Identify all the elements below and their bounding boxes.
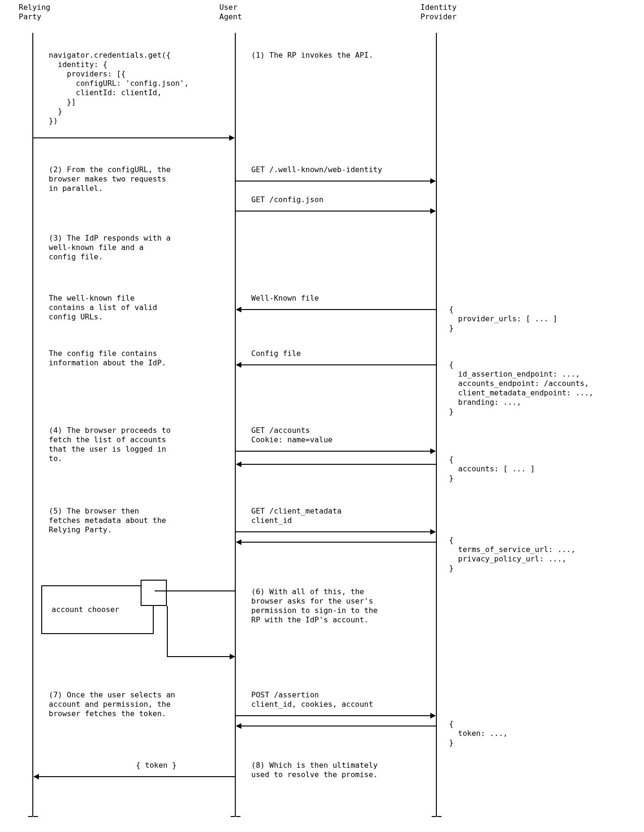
tick [28, 816, 33, 817]
tick [236, 816, 240, 817]
step-7-mid: POST /assertion client_id, cookies, acco… [251, 690, 373, 709]
svg-marker-25 [33, 774, 39, 779]
svg-marker-8 [236, 362, 241, 368]
code-block: navigator.credentials.get({ identity: { … [49, 51, 189, 126]
svg-marker-12 [236, 461, 241, 467]
step-4-mid: GET /accounts Cookie: name=value [251, 426, 332, 445]
svg-marker-1 [229, 135, 235, 141]
svg-marker-16 [236, 539, 241, 545]
step-8-token: { token } [136, 761, 177, 770]
step-3-desc: (3) The IdP responds with a well-known f… [49, 234, 171, 262]
step-2-desc: (2) From the configURL, the browser make… [49, 165, 171, 193]
actor-idp-label: Identity Provider [420, 3, 457, 22]
account-chooser-box: account chooser [41, 585, 154, 634]
cfg-payload: { id_assertion_endpoint: ..., accounts_e… [449, 360, 593, 416]
cfg-mid-label: Config file [251, 349, 301, 358]
actor-ua-label: User Agent [219, 3, 242, 22]
step-4-payload: { accounts: [ ... ] } [449, 455, 535, 483]
step-2-req2: GET /config.json [251, 195, 323, 204]
svg-marker-3 [430, 178, 436, 184]
svg-marker-15 [430, 529, 436, 535]
tick [231, 816, 235, 817]
step-1-label: (1) The RP invokes the API. [251, 51, 373, 60]
wk-left-note: The well-known file contains a list of v… [49, 294, 157, 322]
step-8-desc: (8) Which is then ultimately used to res… [251, 761, 378, 779]
tick [432, 816, 436, 817]
lifeline-rp [32, 33, 33, 816]
cfg-left-note: The config file contains information abo… [49, 349, 166, 368]
step-6-desc: (6) With all of this, the browser asks f… [251, 587, 378, 625]
tick [437, 816, 442, 817]
svg-marker-20 [230, 654, 235, 659]
svg-marker-5 [430, 208, 436, 214]
step-7-payload: { token: ..., } [449, 719, 508, 748]
tick [33, 816, 38, 817]
step-7-desc: (7) Once the user selects an account and… [49, 690, 175, 719]
account-chooser-label: account chooser [52, 605, 120, 614]
wk-payload: { provider_urls: [ ... ] } [449, 305, 557, 333]
svg-marker-11 [430, 448, 436, 454]
wk-mid-label: Well-Known file [251, 294, 319, 303]
step-4-desc: (4) The browser proceeds to fetch the li… [49, 426, 171, 463]
lifeline-ua [235, 33, 236, 816]
svg-marker-6 [236, 307, 241, 312]
svg-marker-22 [430, 713, 436, 719]
step-5-desc: (5) The browser then fetches metadata ab… [49, 507, 166, 535]
actor-rp-label: Relying Party [19, 3, 50, 22]
step-2-req1: GET /.well-known/web-identity [251, 165, 382, 174]
step-5-mid: GET /client_metadata client_id [251, 507, 342, 525]
step-5-payload: { terms_of_service_url: ..., privacy_pol… [449, 536, 576, 573]
sequence-diagram: Relying Party User Agent Identity Provid… [0, 0, 644, 832]
self-call-line-down [167, 606, 168, 657]
svg-marker-23 [236, 723, 241, 729]
lifeline-idp [436, 33, 437, 816]
